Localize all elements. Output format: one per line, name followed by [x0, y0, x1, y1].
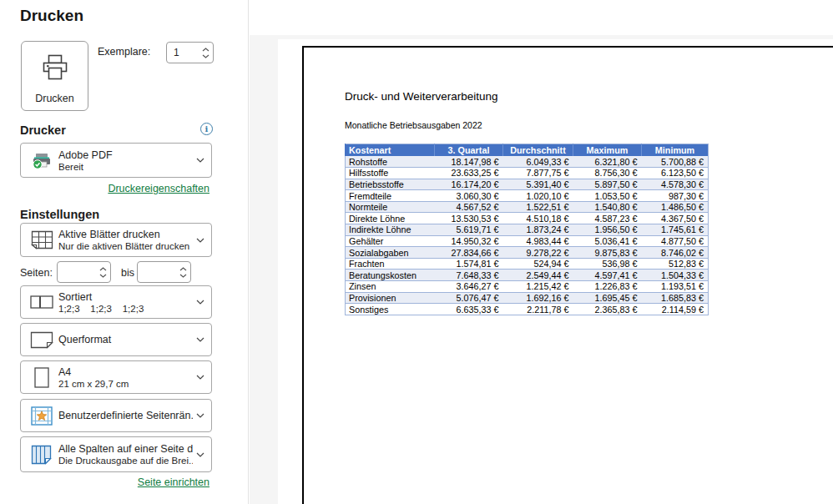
amount-cell: 2.211,78 €	[503, 304, 573, 315]
pages-from-stepper[interactable]	[57, 261, 111, 283]
amount-cell: 13.530,53 €	[435, 213, 503, 224]
amount-cell: 5.036,41 €	[573, 235, 642, 247]
amount-cell: 4.510,18 €	[503, 213, 573, 224]
amount-cell: 1.685,83 €	[642, 292, 709, 304]
amount-cell: 536,98 €	[573, 258, 642, 270]
amount-cell: 6.635,33 €	[435, 304, 503, 315]
pages-from-input[interactable]	[58, 266, 97, 278]
scaling-dropdown[interactable]: Alle Spalten auf einer Seite d... Die Dr…	[20, 436, 212, 472]
amount-cell: 524,94 €	[503, 258, 573, 270]
print-button[interactable]: Drucken	[21, 41, 88, 111]
table-row: Provisionen5.076,47 €1.692,16 €1.695,45 …	[346, 292, 709, 304]
amount-cell: 1.226,83 €	[573, 281, 642, 293]
pages-label: Seiten:	[20, 267, 53, 279]
paper-size-sublabel: 21 cm x 29,7 cm	[58, 379, 193, 389]
settings-section-heading: Einstellungen	[20, 208, 99, 221]
amount-cell: 5.391,40 €	[503, 179, 573, 190]
chevron-down-icon	[196, 337, 204, 342]
amount-cell: 5.619,71 €	[435, 224, 503, 236]
amount-cell: 1.873,24 €	[503, 224, 573, 236]
pages-to-label: bis	[121, 267, 134, 279]
stepper-down-icon[interactable]	[179, 274, 187, 278]
amount-cell: 5.700,88 €	[642, 156, 709, 168]
table-row: Hilfsstoffe23.633,25 €7.877,75 €8.756,30…	[346, 168, 709, 179]
collation-dropdown[interactable]: Sortiert 1;2;3 1;2;3 1;2;3	[20, 285, 212, 319]
amount-cell: 1.522,51 €	[503, 201, 573, 213]
print-what-dropdown[interactable]: Aktive Blätter drucken Nur die aktiven B…	[20, 223, 212, 257]
pages-to-input[interactable]	[138, 266, 177, 278]
chevron-down-icon	[196, 452, 204, 457]
orientation-label: Querformat	[58, 334, 193, 345]
amount-cell: 1.745,61 €	[642, 224, 709, 236]
amount-cell: 8.746,02 €	[642, 247, 709, 259]
stepper-down-icon[interactable]	[202, 54, 210, 58]
amount-cell: 1.504,33 €	[642, 270, 709, 281]
print-what-label: Aktive Blätter drucken	[58, 229, 193, 240]
page-title: Drucken	[20, 7, 83, 25]
amount-cell: 5.076,47 €	[435, 292, 503, 304]
copies-label: Exemplare:	[98, 46, 150, 58]
amount-cell: 512,83 €	[642, 258, 709, 270]
amount-cell: 1.215,42 €	[503, 281, 573, 293]
cost-type-cell: Indirekte Löhne	[346, 224, 435, 236]
copies-input[interactable]	[167, 47, 199, 58]
table-row: Rohstoffe18.147,98 €6.049,33 €6.321,80 €…	[346, 156, 709, 168]
amount-cell: 27.834,66 €	[435, 247, 503, 259]
amount-cell: 14.950,32 €	[435, 235, 503, 247]
cost-type-cell: Sozialabgaben	[346, 247, 435, 259]
amount-cell: 16.174,20 €	[435, 179, 503, 190]
printer-dropdown[interactable]: Adobe PDF Bereit	[20, 143, 212, 178]
cost-type-cell: Sonstiges	[346, 304, 435, 315]
scaling-sublabel: Die Druckausgabe auf die Brei...	[58, 456, 193, 466]
amount-cell: 1.540,80 €	[573, 201, 642, 213]
amount-cell: 4.567,52 €	[435, 201, 503, 213]
amount-cell: 8.756,30 €	[573, 168, 642, 179]
table-row: Frachten1.574,81 €524,94 €536,98 €512,83…	[346, 258, 709, 270]
printer-properties-link[interactable]: Druckereigenschaften	[108, 183, 210, 194]
amount-cell: 4.877,50 €	[642, 235, 709, 247]
cost-type-cell: Direkte Löhne	[346, 213, 435, 224]
document-subtitle: Monatliche Betriebsausgaben 2022	[345, 120, 482, 130]
stepper-down-icon[interactable]	[99, 274, 107, 278]
collation-label: Sortiert	[58, 291, 193, 303]
cost-type-cell: Normteile	[346, 201, 435, 213]
chevron-down-icon	[196, 300, 204, 305]
amount-cell: 7.877,75 €	[503, 168, 573, 179]
collation-sublabel: 1;2;3 1;2;3 1;2;3	[58, 304, 193, 314]
pages-to-stepper[interactable]	[137, 261, 191, 283]
stepper-up-icon[interactable]	[179, 267, 187, 271]
margins-label: Benutzerdefinierte Seitenrän...	[58, 410, 193, 421]
amount-cell: 18.147,98 €	[435, 156, 503, 168]
landscape-icon	[28, 331, 55, 349]
table-row: Normteile4.567,52 €1.522,51 €1.540,80 €1…	[346, 201, 709, 213]
info-icon[interactable]: i	[200, 123, 213, 135]
copies-stepper[interactable]	[166, 42, 214, 63]
print-button-label: Drucken	[35, 93, 74, 104]
column-header: Durchschnitt	[503, 144, 573, 157]
amount-cell: 987,30 €	[642, 190, 709, 202]
margins-dropdown[interactable]: Benutzerdefinierte Seitenrän...	[20, 399, 212, 432]
amount-cell: 3.646,27 €	[435, 281, 503, 293]
active-sheets-icon	[28, 230, 55, 249]
stepper-up-icon[interactable]	[99, 267, 107, 271]
print-backstage-panel: Drucken Drucken Exemplare: Drucker i	[0, 0, 249, 504]
amount-cell: 6.321,80 €	[573, 156, 642, 168]
cost-type-cell: Rohstoffe	[346, 156, 435, 168]
orientation-dropdown[interactable]: Querformat	[20, 323, 212, 356]
amount-cell: 1.193,51 €	[642, 281, 709, 293]
amount-cell: 5.897,50 €	[573, 179, 642, 190]
amount-cell: 2.549,44 €	[503, 270, 573, 281]
printer-section-heading: Drucker	[20, 123, 66, 137]
collated-icon	[28, 295, 55, 309]
paper-size-dropdown[interactable]: A4 21 cm x 29,7 cm	[20, 360, 212, 394]
amount-cell: 4.587,23 €	[573, 213, 642, 224]
amount-cell: 1.574,81 €	[435, 258, 503, 270]
amount-cell: 4.367,50 €	[642, 213, 709, 224]
expense-table: Kostenart 3. Quartal Durchschnitt Maximu…	[345, 144, 709, 315]
paper-size-label: A4	[58, 366, 193, 378]
page-setup-link[interactable]: Seite einrichten	[138, 476, 210, 488]
print-what-sublabel: Nur die aktiven Blätter drucken	[58, 241, 193, 251]
stepper-up-icon[interactable]	[202, 48, 210, 52]
table-row: Zinsen3.646,27 €1.215,42 €1.226,83 €1.19…	[346, 281, 709, 293]
amount-cell: 1.053,50 €	[573, 190, 642, 202]
